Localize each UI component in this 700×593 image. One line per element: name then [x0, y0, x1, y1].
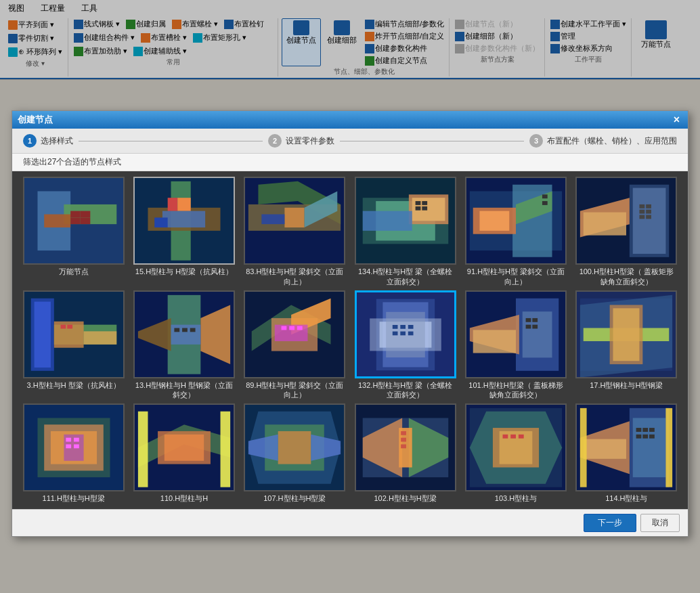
node-label-114: 114.H型柱与 — [604, 493, 649, 503]
node-label-101: 101.H型柱H型梁（ 盖板梯形缺角立面斜交） — [465, 380, 567, 400]
svg-rect-108 — [66, 445, 71, 449]
svg-rect-109 — [74, 445, 79, 449]
svg-rect-142 — [633, 418, 666, 478]
node-item-103[interactable]: 103.H型柱与 — [462, 403, 569, 503]
svg-rect-4 — [70, 211, 81, 218]
svg-rect-119 — [278, 431, 311, 464]
svg-rect-26 — [362, 211, 412, 231]
svg-rect-129 — [401, 445, 406, 449]
svg-rect-27 — [415, 201, 420, 205]
svg-rect-7 — [80, 218, 90, 225]
node-thumb-15 — [133, 177, 235, 265]
node-label-111: 111.H型柱与H型梁 — [41, 493, 106, 503]
svg-rect-57 — [67, 325, 72, 329]
svg-rect-145 — [636, 429, 642, 433]
node-thumb-100 — [575, 177, 677, 265]
node-grid-container[interactable]: 万能节点 15.H — [12, 171, 688, 508]
filter-text: 筛选出27个合适的节点样式 — [23, 157, 121, 167]
svg-rect-14 — [154, 218, 167, 228]
svg-rect-85 — [408, 331, 413, 335]
svg-rect-29 — [415, 206, 420, 211]
svg-rect-150 — [649, 435, 655, 439]
step-line-2 — [340, 141, 524, 141]
step-1-circle: 1 — [23, 134, 37, 148]
svg-rect-41 — [633, 188, 666, 254]
svg-rect-5 — [80, 211, 90, 218]
node-item-114[interactable]: 114.H型柱与 — [573, 403, 680, 503]
svg-rect-44 — [640, 204, 645, 208]
node-item-13[interactable]: 13.H型钢柱与H 型钢梁（立面斜交） — [131, 290, 237, 400]
node-item-89[interactable]: 89.H型柱与H型 梁斜交（立面向上） — [242, 290, 348, 400]
node-item-111[interactable]: 111.H型柱与H型梁 — [20, 403, 127, 503]
step-line-1 — [79, 141, 263, 141]
node-thumb-103 — [465, 403, 567, 491]
dialog-close-button[interactable]: × — [671, 114, 682, 126]
svg-rect-93 — [526, 325, 531, 329]
node-item-91[interactable]: 91.H型柱与H型 梁斜交（立面向上） — [462, 177, 569, 286]
svg-rect-92 — [532, 318, 538, 322]
node-item-132[interactable]: 132.H型柱与H型 梁（全螺栓立面斜交） — [352, 290, 458, 400]
dialog-title: 创建节点 — [18, 114, 53, 126]
svg-rect-113 — [165, 435, 204, 461]
node-label-universal: 万能节点 — [58, 267, 90, 276]
svg-rect-143 — [580, 408, 587, 487]
step-2-circle: 2 — [268, 134, 282, 148]
node-item-universal[interactable]: 万能节点 — [20, 177, 127, 286]
svg-rect-3 — [44, 215, 70, 227]
node-thumb-89 — [244, 290, 345, 378]
svg-rect-55 — [83, 331, 116, 344]
svg-rect-63 — [174, 328, 179, 332]
node-item-102[interactable]: 102.H型柱与H型梁 — [352, 403, 458, 503]
node-label-17: 17.H型钢柱与H型钢梁 — [588, 380, 664, 390]
svg-rect-141 — [584, 439, 626, 459]
svg-rect-12 — [177, 198, 190, 211]
node-label-15: 15.H型柱与 H型梁（抗风柱） — [134, 267, 234, 276]
node-thumb-17 — [575, 290, 677, 378]
node-label-83: 83.H型柱与H型 梁斜交（立面向上） — [244, 267, 345, 286]
wizard-step-1: 1 选择样式 — [23, 134, 73, 148]
node-label-89: 89.H型柱与H型 梁斜交（立面向上） — [244, 380, 345, 400]
svg-rect-148 — [636, 435, 642, 439]
svg-rect-114 — [138, 412, 148, 487]
node-item-17[interactable]: 17.H型钢柱与H型钢梁 — [573, 290, 680, 400]
node-item-107[interactable]: 107.H型柱与H型梁 — [242, 403, 348, 503]
svg-rect-135 — [503, 435, 508, 439]
node-label-110: 110.H型柱与H — [159, 493, 209, 503]
svg-rect-47 — [647, 210, 652, 214]
node-item-100[interactable]: 100.H型柱H型梁（ 盖板矩形缺角立面斜交） — [573, 177, 680, 286]
svg-rect-28 — [422, 201, 427, 205]
svg-rect-20 — [262, 215, 285, 225]
node-label-132: 132.H型柱与H型 梁（全螺栓立面斜交） — [355, 380, 456, 400]
node-item-15[interactable]: 15.H型柱与 H型梁（抗风柱） — [131, 177, 237, 286]
node-item-83[interactable]: 83.H型柱与H型 梁斜交（立面向上） — [242, 177, 348, 286]
node-label-100: 100.H型柱H型梁（ 盖板矩形缺角立面斜交） — [575, 267, 677, 286]
next-button[interactable]: 下一步 — [584, 514, 636, 532]
svg-rect-89 — [473, 330, 516, 353]
filter-bar: 筛选出27个合适的节点样式 — [12, 154, 688, 171]
node-thumb-111 — [23, 403, 125, 491]
svg-rect-81 — [400, 325, 406, 329]
svg-rect-49 — [647, 215, 652, 219]
node-thumb-13 — [133, 290, 235, 378]
svg-rect-52 — [34, 301, 50, 367]
node-item-3[interactable]: 3.H型柱与H 型梁（抗风柱） — [20, 290, 127, 400]
step-2-label: 设置零件参数 — [286, 135, 334, 147]
node-item-110[interactable]: 110.H型柱与H — [131, 403, 237, 503]
svg-rect-106 — [66, 438, 71, 442]
cancel-button[interactable]: 取消 — [640, 514, 680, 532]
svg-rect-35 — [479, 211, 509, 231]
svg-rect-72 — [290, 326, 295, 330]
node-item-134[interactable]: 134.H型柱与H型 梁（全螺栓立面斜交） — [352, 177, 458, 286]
svg-rect-149 — [643, 435, 649, 439]
node-thumb-102 — [355, 403, 456, 491]
svg-rect-45 — [647, 204, 652, 208]
node-label-13: 13.H型钢柱与H 型钢梁（立面斜交） — [133, 380, 235, 400]
wizard-step-3: 3 布置配件（螺栓、销栓）、应用范围 — [529, 134, 677, 148]
node-label-107: 107.H型柱与H型梁 — [262, 493, 327, 503]
wizard-steps: 1 选择样式 2 设置零件参数 3 布置配件（螺栓、销栓）、应用范围 — [12, 129, 688, 154]
svg-rect-30 — [422, 206, 427, 211]
node-item-101[interactable]: 101.H型柱H型梁（ 盖板梯形缺角立面斜交） — [462, 290, 569, 400]
node-thumb-132 — [355, 290, 456, 378]
node-thumb-91 — [465, 177, 567, 265]
node-label-102: 102.H型柱与H型梁 — [373, 493, 438, 503]
